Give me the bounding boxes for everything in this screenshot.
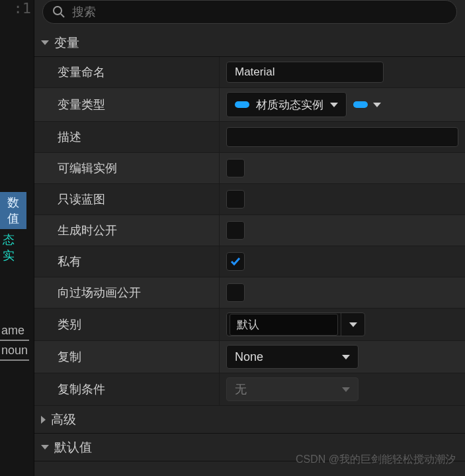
left-fragment-mour: noun bbox=[0, 341, 29, 361]
checkbox-private[interactable] bbox=[226, 252, 245, 271]
search-icon bbox=[52, 5, 65, 19]
label-variable-type: 变量类型 bbox=[34, 88, 220, 121]
input-variable-name[interactable] bbox=[226, 62, 384, 83]
label-replication-condition: 复制条件 bbox=[34, 373, 220, 405]
chevron-down-icon bbox=[41, 445, 49, 450]
chevron-down-icon bbox=[41, 40, 49, 45]
left-tag-2: 态实 bbox=[0, 230, 26, 265]
checkbox-expose-on-spawn[interactable] bbox=[226, 221, 245, 240]
select-category[interactable]: 默认 bbox=[226, 312, 365, 336]
label-private: 私有 bbox=[34, 246, 220, 277]
search-box[interactable] bbox=[42, 0, 457, 24]
left-panel-strip: :1 数值 态实 ame noun bbox=[0, 0, 34, 476]
section-variables[interactable]: 变量 bbox=[34, 29, 465, 57]
chevron-down-icon bbox=[373, 103, 381, 107]
svg-line-1 bbox=[61, 14, 64, 17]
chevron-down-icon bbox=[342, 387, 350, 392]
select-variable-type[interactable]: 材质动态实例 bbox=[226, 92, 347, 117]
chevron-down-icon bbox=[330, 103, 338, 107]
label-category: 类别 bbox=[34, 309, 220, 340]
section-title: 变量 bbox=[54, 34, 79, 52]
chevron-right-icon bbox=[41, 416, 46, 424]
search-input[interactable] bbox=[72, 5, 447, 19]
label-instance-editable: 可编辑实例 bbox=[34, 153, 220, 183]
replication-value: None bbox=[227, 350, 334, 364]
chevron-down-icon bbox=[342, 355, 350, 359]
label-expose-on-spawn: 生成时公开 bbox=[34, 215, 220, 246]
checkbox-instance-editable[interactable] bbox=[226, 159, 245, 177]
section-title: 默认值 bbox=[54, 439, 92, 456]
left-fragment-ame: ame bbox=[0, 321, 29, 341]
label-expose-to-cinematics: 向过场动画公开 bbox=[34, 277, 220, 308]
left-top-fragment: :1 bbox=[14, 0, 32, 17]
type-color-swatch bbox=[353, 101, 368, 108]
section-advanced[interactable]: 高级 bbox=[34, 406, 465, 434]
section-default-value[interactable]: 默认值 bbox=[34, 434, 465, 461]
select-replication-condition: 无 bbox=[226, 377, 359, 401]
label-variable-name: 变量命名 bbox=[34, 57, 220, 87]
label-replication: 复制 bbox=[34, 341, 220, 373]
replication-condition-value: 无 bbox=[227, 381, 334, 397]
details-panel: 变量 变量命名 变量类型 材质动态实例 描述 bbox=[34, 0, 465, 476]
chevron-down-icon bbox=[349, 322, 357, 327]
checkbox-expose-to-cinematics[interactable] bbox=[226, 283, 245, 302]
label-blueprint-readonly: 只读蓝图 bbox=[34, 184, 220, 214]
type-color-swatch bbox=[235, 101, 249, 108]
container-type-select[interactable] bbox=[353, 101, 381, 108]
input-description[interactable] bbox=[226, 127, 458, 147]
label-description: 描述 bbox=[34, 122, 220, 152]
checkbox-blueprint-readonly[interactable] bbox=[226, 190, 245, 209]
left-tag-1: 数值 bbox=[0, 192, 26, 229]
section-title: 高级 bbox=[51, 411, 76, 428]
svg-point-0 bbox=[54, 7, 62, 15]
category-value: 默认 bbox=[230, 314, 338, 336]
type-value: 材质动态实例 bbox=[256, 97, 323, 113]
select-replication[interactable]: None bbox=[226, 345, 359, 369]
